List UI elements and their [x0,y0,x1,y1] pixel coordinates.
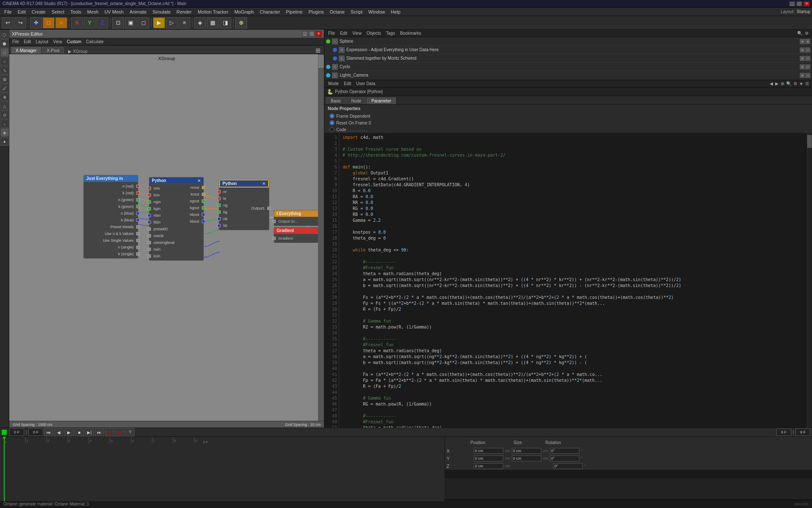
obj-item-slammed[interactable]: L Slammed together by Moritz Schwind ● ○ [324,54,812,63]
canvas-scrollbar-thumb-v[interactable] [318,55,324,68]
port-kr-dot[interactable] [217,197,221,200]
port-kgout-dot[interactable] [202,206,205,210]
toolbar-redo[interactable]: ↪ [14,17,26,28]
timeline-next[interactable]: ▶| [85,428,94,436]
close-button[interactable]: ✕ [804,1,809,6]
toolbar-render2[interactable]: ▷ [166,17,178,28]
obj-menu-file[interactable]: File [326,30,337,36]
port-ksin-dot[interactable] [148,254,151,258]
port-nb-dot[interactable] [217,217,221,221]
toolbar-y[interactable]: Y [84,17,96,28]
timeline-goto-end[interactable]: ⏭ [95,428,104,436]
attr-rot-z[interactable] [553,463,583,469]
xp-menu-custom[interactable]: Custom [65,39,83,45]
obj-item-cyclo[interactable]: C Cyclo ● ○ [324,63,812,71]
port-gradient-in-dot[interactable] [272,237,276,240]
timeline-play[interactable]: ▶ [64,428,74,436]
timeline-record2[interactable]: ◉ [115,428,124,436]
code-scrollbar[interactable] [807,133,812,428]
toolbar-x[interactable]: X [71,17,83,28]
xpresso-canvas[interactable]: XGroup [9,54,324,421]
sidebar-icon-12[interactable]: ◈ [0,128,9,137]
node-gradient[interactable]: Gradient Gradient [274,227,324,243]
toolbar-z[interactable]: Z [96,17,108,28]
obj-mgr-content[interactable]: ○ Sphere ● ● X Expression - Adjust Every… [324,37,812,80]
timeline-start-field[interactable] [28,428,43,436]
port-n-green-dot[interactable] [136,198,140,202]
sidebar-icon-10[interactable]: ⊙ [0,110,9,119]
menu-simulate[interactable]: Simulate [150,8,173,15]
node-python2[interactable]: Python ✕ nr kr ng kg nb kb Output1 [219,179,269,230]
port-k-blue-dot[interactable] [136,218,140,222]
sidebar-icon-1[interactable]: ⬡ [0,30,9,39]
prop-menu-mode[interactable]: Mode [326,81,341,86]
port-nrin-dot[interactable] [148,187,151,190]
prop-menu-edit[interactable]: Edit [342,81,353,86]
prop-icon-1[interactable]: ⊞ [781,81,784,86]
port-k-red-dot[interactable] [136,191,140,195]
toolbar-light[interactable]: ⊕ [235,17,247,28]
toolbar-view3[interactable]: ◨ [219,17,231,28]
xp-tab-xmanager[interactable]: X-Manager [11,47,41,54]
menu-create[interactable]: Create [29,8,48,15]
node-python1[interactable]: Python ✕ nrin krin ngin kgin nbin kbin p… [149,177,204,261]
attr-pos-z[interactable] [474,463,503,469]
prop-tab-node[interactable]: Node [346,97,366,104]
sidebar-icon-9[interactable]: △ [0,102,9,110]
port-nrout-dot[interactable] [202,186,205,189]
obj-vis-1[interactable]: ● [800,39,805,44]
timeline-end-field[interactable] [776,428,791,436]
port-output1-dot[interactable] [267,207,271,210]
obj-menu-tags[interactable]: Tags [384,30,397,36]
menu-mograph[interactable]: MoGraph [232,8,256,15]
obj-vis-lights-1[interactable]: ● [800,73,805,78]
port-k-green-dot[interactable] [136,205,140,208]
prop-icon-2[interactable]: 🔍 [786,81,791,86]
xpresso-expand-icon[interactable]: ⊞ [315,47,321,54]
menu-mesh[interactable]: Mesh [85,8,101,15]
node-everything[interactable]: t Everything Output Gr... [274,210,324,226]
menu-render[interactable]: Render [174,8,194,15]
toolbar-view1[interactable]: ◈ [194,17,206,28]
timeline-goto-start[interactable]: ⏮ [44,428,53,436]
sidebar-icon-7[interactable]: 🖊 [0,84,9,92]
toolbar-edges[interactable]: ▣ [125,17,137,28]
obj-vis-expr-1[interactable]: ● [800,47,805,52]
port-ngout-dot[interactable] [202,199,205,203]
toolbar-open[interactable]: □ [43,17,55,28]
port-krout-dot[interactable] [202,193,205,196]
obj-vis-expr-2[interactable]: ○ [805,47,810,52]
port-nbin-dot[interactable] [148,214,151,217]
menu-pipeline[interactable]: Pipeline [283,8,305,15]
port-presetid-dot[interactable] [148,227,151,231]
obj-vis-cyclo-1[interactable]: ● [800,64,805,69]
prop-icon-3[interactable]: ⚙ [793,81,797,86]
menu-uvmesh[interactable]: UV Mesh [102,8,126,15]
timeline-stop[interactable]: ■ [74,428,84,436]
menu-edit[interactable]: Edit [15,8,28,15]
attr-pos-y[interactable] [474,456,503,461]
xp-tab-xpool[interactable]: X-Pool [42,47,64,54]
toolbar-save[interactable]: ○ [55,17,67,28]
obj-menu-bookmarks[interactable]: Bookmarks [398,30,423,36]
obj-item-expression[interactable]: X Expression - Adjust Everything in User… [324,46,812,54]
obj-menu-view[interactable]: View [350,30,364,36]
port-krin-dot[interactable] [148,193,151,197]
prop-frame-dependent-checkbox[interactable] [329,113,335,119]
prop-nav-left[interactable]: ◀ [770,81,773,86]
prop-menu-userdata[interactable]: User Data [354,81,377,86]
toolbar-undo[interactable]: ↩ [2,17,14,28]
xp-menu-edit[interactable]: Edit [22,39,33,45]
port-ksingle-dot[interactable] [136,252,140,256]
prop-nav-right[interactable]: ▶ [775,81,779,86]
obj-mgr-settings-icon[interactable]: ⚙ [805,31,809,36]
menu-help[interactable]: Help [388,8,403,15]
attr-size-z[interactable] [512,463,541,469]
port-kbin-dot[interactable] [148,221,151,224]
timeline-frame-end[interactable] [796,428,810,436]
menu-file[interactable]: File [2,8,14,15]
node-just-everything[interactable]: Just Everything in n (red) k (red) n (gr… [83,175,138,259]
port-nbout-dot[interactable] [202,213,205,216]
timeline-frame-input[interactable] [9,428,24,436]
port-nsingle-dot[interactable] [136,246,140,249]
